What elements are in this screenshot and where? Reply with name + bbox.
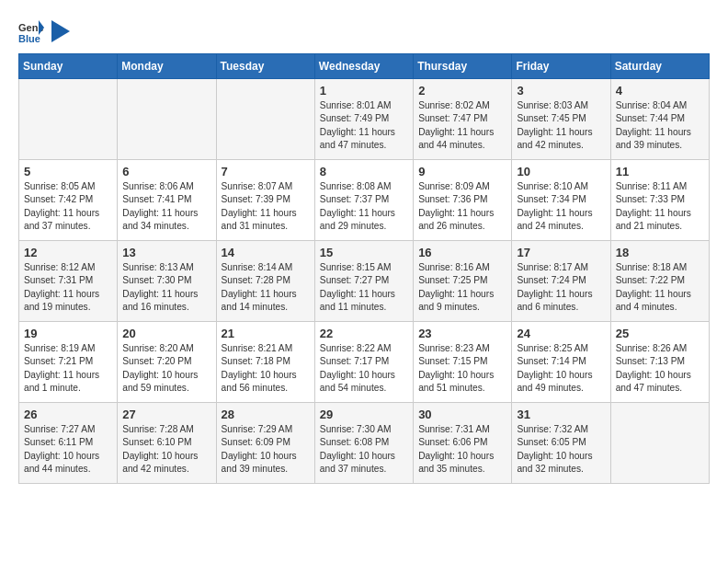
calendar-cell: 17Sunrise: 8:17 AM Sunset: 7:24 PM Dayli… [512, 241, 610, 322]
calendar-cell: 23Sunrise: 8:23 AM Sunset: 7:15 PM Dayli… [414, 322, 512, 403]
day-info: Sunrise: 8:20 AM Sunset: 7:20 PM Dayligh… [122, 342, 210, 395]
svg-marker-3 [51, 20, 70, 42]
day-number: 15 [320, 246, 408, 259]
day-number: 22 [320, 327, 408, 340]
day-info: Sunrise: 8:16 AM Sunset: 7:25 PM Dayligh… [418, 261, 506, 314]
day-number: 12 [24, 246, 112, 259]
weekday-header-cell: Friday [512, 54, 610, 79]
day-info: Sunrise: 8:25 AM Sunset: 7:14 PM Dayligh… [517, 342, 605, 395]
day-number: 19 [24, 327, 112, 340]
calendar-cell: 24Sunrise: 8:25 AM Sunset: 7:14 PM Dayli… [512, 322, 610, 403]
day-number: 27 [122, 408, 210, 421]
weekday-header-cell: Thursday [414, 54, 512, 79]
day-info: Sunrise: 7:31 AM Sunset: 6:06 PM Dayligh… [418, 423, 506, 476]
day-number: 17 [517, 246, 605, 259]
calendar-cell: 11Sunrise: 8:11 AM Sunset: 7:33 PM Dayli… [610, 160, 709, 241]
day-info: Sunrise: 8:02 AM Sunset: 7:47 PM Dayligh… [418, 99, 506, 152]
day-info: Sunrise: 8:08 AM Sunset: 7:37 PM Dayligh… [320, 180, 408, 233]
calendar-cell: 9Sunrise: 8:09 AM Sunset: 7:36 PM Daylig… [414, 160, 512, 241]
day-number: 18 [616, 246, 704, 259]
calendar-cell: 28Sunrise: 7:29 AM Sunset: 6:09 PM Dayli… [216, 403, 314, 484]
logo-arrow-icon [51, 20, 70, 42]
weekday-header-cell: Wednesday [314, 54, 413, 79]
day-number: 6 [122, 165, 210, 178]
day-number: 4 [616, 84, 704, 98]
calendar-cell: 1Sunrise: 8:01 AM Sunset: 7:49 PM Daylig… [314, 79, 413, 160]
day-info: Sunrise: 7:30 AM Sunset: 6:08 PM Dayligh… [320, 423, 408, 476]
day-info: Sunrise: 7:27 AM Sunset: 6:11 PM Dayligh… [24, 423, 112, 476]
day-info: Sunrise: 8:05 AM Sunset: 7:42 PM Dayligh… [24, 180, 112, 233]
day-number: 28 [222, 408, 310, 421]
calendar-cell: 10Sunrise: 8:10 AM Sunset: 7:34 PM Dayli… [512, 160, 610, 241]
day-number: 20 [122, 327, 210, 340]
weekday-header-cell: Monday [118, 54, 216, 79]
day-number: 24 [517, 327, 605, 340]
calendar-cell: 31Sunrise: 7:32 AM Sunset: 6:05 PM Dayli… [512, 403, 610, 484]
day-info: Sunrise: 7:32 AM Sunset: 6:05 PM Dayligh… [517, 423, 605, 476]
day-info: Sunrise: 8:22 AM Sunset: 7:17 PM Dayligh… [320, 342, 408, 395]
weekday-header-cell: Sunday [19, 54, 118, 79]
day-number: 30 [418, 408, 506, 421]
day-number: 7 [222, 165, 310, 178]
calendar-cell: 20Sunrise: 8:20 AM Sunset: 7:20 PM Dayli… [118, 322, 216, 403]
calendar-cell: 25Sunrise: 8:26 AM Sunset: 7:13 PM Dayli… [610, 322, 709, 403]
day-info: Sunrise: 8:26 AM Sunset: 7:13 PM Dayligh… [616, 342, 704, 395]
day-info: Sunrise: 8:10 AM Sunset: 7:34 PM Dayligh… [517, 180, 605, 233]
logo: General Blue [18, 18, 70, 44]
day-number: 26 [24, 408, 112, 421]
day-info: Sunrise: 8:17 AM Sunset: 7:24 PM Dayligh… [517, 261, 605, 314]
calendar-cell: 3Sunrise: 8:03 AM Sunset: 7:45 PM Daylig… [512, 79, 610, 160]
calendar-cell: 16Sunrise: 8:16 AM Sunset: 7:25 PM Dayli… [414, 241, 512, 322]
day-number: 5 [24, 165, 112, 178]
calendar-cell: 12Sunrise: 8:12 AM Sunset: 7:31 PM Dayli… [19, 241, 118, 322]
calendar-table: SundayMondayTuesdayWednesdayThursdayFrid… [18, 53, 710, 484]
calendar-cell: 7Sunrise: 8:07 AM Sunset: 7:39 PM Daylig… [216, 160, 314, 241]
day-number: 8 [320, 165, 408, 178]
day-number: 14 [222, 246, 310, 259]
day-info: Sunrise: 8:04 AM Sunset: 7:44 PM Dayligh… [616, 99, 704, 152]
calendar-cell [118, 79, 216, 160]
day-info: Sunrise: 8:13 AM Sunset: 7:30 PM Dayligh… [122, 261, 210, 314]
day-info: Sunrise: 8:23 AM Sunset: 7:15 PM Dayligh… [418, 342, 506, 395]
day-info: Sunrise: 7:28 AM Sunset: 6:10 PM Dayligh… [122, 423, 210, 476]
calendar-week-row: 5Sunrise: 8:05 AM Sunset: 7:42 PM Daylig… [19, 160, 710, 241]
calendar-body: 1Sunrise: 8:01 AM Sunset: 7:49 PM Daylig… [19, 79, 710, 484]
day-number: 23 [418, 327, 506, 340]
weekday-header-cell: Saturday [610, 54, 709, 79]
calendar-cell: 29Sunrise: 7:30 AM Sunset: 6:08 PM Dayli… [314, 403, 413, 484]
day-number: 21 [222, 327, 310, 340]
day-number: 13 [122, 246, 210, 259]
day-number: 11 [616, 165, 704, 178]
day-number: 31 [517, 408, 605, 421]
calendar-cell: 6Sunrise: 8:06 AM Sunset: 7:41 PM Daylig… [118, 160, 216, 241]
day-number: 2 [418, 84, 506, 98]
day-info: Sunrise: 8:15 AM Sunset: 7:27 PM Dayligh… [320, 261, 408, 314]
day-number: 10 [517, 165, 605, 178]
day-info: Sunrise: 8:18 AM Sunset: 7:22 PM Dayligh… [616, 261, 704, 314]
day-info: Sunrise: 8:03 AM Sunset: 7:45 PM Dayligh… [517, 99, 605, 152]
day-info: Sunrise: 8:14 AM Sunset: 7:28 PM Dayligh… [222, 261, 310, 314]
calendar-cell: 14Sunrise: 8:14 AM Sunset: 7:28 PM Dayli… [216, 241, 314, 322]
calendar-cell: 30Sunrise: 7:31 AM Sunset: 6:06 PM Dayli… [414, 403, 512, 484]
day-info: Sunrise: 8:12 AM Sunset: 7:31 PM Dayligh… [24, 261, 112, 314]
calendar-cell: 13Sunrise: 8:13 AM Sunset: 7:30 PM Dayli… [118, 241, 216, 322]
day-info: Sunrise: 8:11 AM Sunset: 7:33 PM Dayligh… [616, 180, 704, 233]
page-header: General Blue [18, 18, 710, 44]
calendar-week-row: 1Sunrise: 8:01 AM Sunset: 7:49 PM Daylig… [19, 79, 710, 160]
calendar-cell: 18Sunrise: 8:18 AM Sunset: 7:22 PM Dayli… [610, 241, 709, 322]
day-number: 1 [320, 84, 408, 98]
day-number: 9 [418, 165, 506, 178]
calendar-cell: 27Sunrise: 7:28 AM Sunset: 6:10 PM Dayli… [118, 403, 216, 484]
calendar-cell: 22Sunrise: 8:22 AM Sunset: 7:17 PM Dayli… [314, 322, 413, 403]
day-number: 16 [418, 246, 506, 259]
calendar-cell [19, 79, 118, 160]
logo-icon: General Blue [18, 18, 44, 44]
day-number: 29 [320, 408, 408, 421]
day-info: Sunrise: 8:01 AM Sunset: 7:49 PM Dayligh… [320, 99, 408, 152]
calendar-cell: 5Sunrise: 8:05 AM Sunset: 7:42 PM Daylig… [19, 160, 118, 241]
calendar-cell [610, 403, 709, 484]
day-info: Sunrise: 8:07 AM Sunset: 7:39 PM Dayligh… [222, 180, 310, 233]
svg-text:Blue: Blue [18, 33, 40, 44]
calendar-cell: 19Sunrise: 8:19 AM Sunset: 7:21 PM Dayli… [19, 322, 118, 403]
calendar-week-row: 26Sunrise: 7:27 AM Sunset: 6:11 PM Dayli… [19, 403, 710, 484]
